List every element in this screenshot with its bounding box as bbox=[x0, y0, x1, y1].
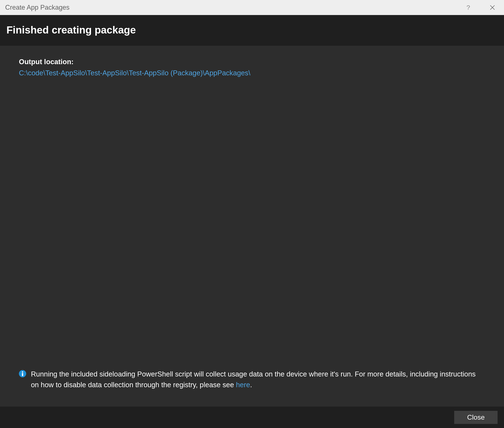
close-icon bbox=[490, 5, 495, 10]
output-location-link[interactable]: C:\code\Test-AppSilo\Test-AppSilo\Test-A… bbox=[19, 69, 250, 77]
page-title: Finished creating package bbox=[7, 24, 497, 36]
window-close-button[interactable] bbox=[485, 3, 500, 12]
help-button[interactable]: ? bbox=[464, 3, 472, 12]
info-text-before: Running the included sideloading PowerSh… bbox=[31, 370, 476, 389]
close-button[interactable]: Close bbox=[454, 411, 497, 424]
heading-banner: Finished creating package bbox=[0, 15, 504, 46]
output-location-label: Output location: bbox=[19, 58, 485, 66]
titlebar: Create App Packages ? bbox=[0, 0, 504, 15]
info-text-after: . bbox=[250, 381, 252, 389]
info-notice: Running the included sideloading PowerSh… bbox=[19, 369, 485, 390]
svg-point-3 bbox=[22, 371, 23, 373]
info-notice-text: Running the included sideloading PowerSh… bbox=[31, 369, 485, 390]
svg-rect-4 bbox=[22, 373, 23, 376]
window-title: Create App Packages bbox=[5, 4, 70, 11]
info-here-link[interactable]: here bbox=[236, 381, 250, 389]
main-content: Output location: C:\code\Test-AppSilo\Te… bbox=[0, 46, 504, 399]
titlebar-controls: ? bbox=[464, 0, 500, 15]
info-icon bbox=[19, 370, 26, 378]
dialog-footer: Close bbox=[0, 407, 504, 428]
